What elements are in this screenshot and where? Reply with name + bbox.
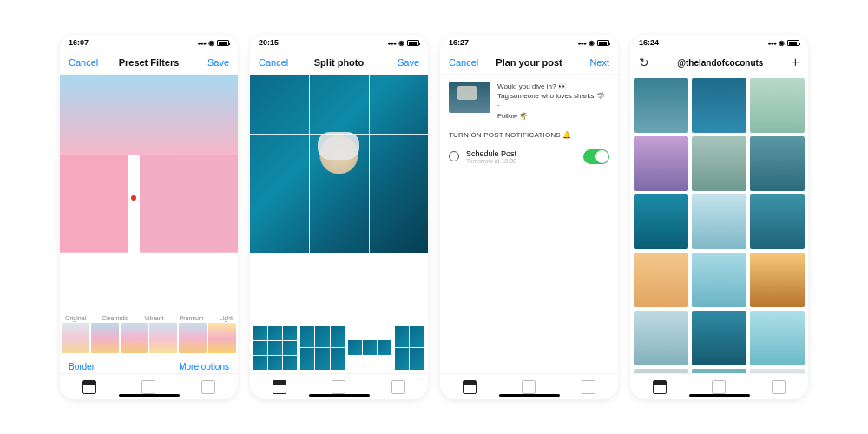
page-title: Preset Filters — [103, 57, 194, 68]
feed-tile[interactable] — [692, 136, 746, 191]
clock-icon — [449, 151, 459, 161]
cancel-button[interactable]: Cancel — [69, 57, 103, 68]
filter-label: Premium — [180, 315, 204, 321]
split-options — [250, 323, 428, 373]
screen-plan-post: 16:27 Cancel Plan your post Next Would y… — [440, 35, 618, 399]
wifi-icon — [779, 38, 785, 47]
feed-tile[interactable] — [750, 194, 805, 249]
home-indicator — [499, 394, 560, 397]
account-handle[interactable]: @thelandofcoconuts — [677, 58, 763, 68]
battery-icon — [217, 40, 229, 46]
more-options-button[interactable]: More options — [179, 362, 229, 372]
feed-tile[interactable] — [692, 253, 746, 307]
tab-schedule-icon[interactable] — [522, 380, 536, 394]
tab-schedule-icon[interactable] — [141, 380, 155, 394]
split-3x1[interactable] — [348, 340, 391, 355]
screen-feed-grid: 16:24 @thelandofcoconuts — [630, 35, 808, 399]
cancel-button[interactable]: Cancel — [259, 57, 293, 68]
border-button[interactable]: Border — [69, 362, 95, 372]
tab-feed-icon[interactable] — [273, 380, 286, 394]
grid-line — [369, 75, 370, 253]
next-button[interactable]: Next — [575, 57, 609, 68]
feed-tile[interactable] — [692, 78, 746, 133]
tab-feed-icon[interactable] — [463, 380, 477, 394]
schedule-subtitle: Tomorrow at 18:00 — [466, 158, 576, 164]
preview-image[interactable] — [250, 75, 428, 253]
bottom-links: Border More options — [60, 357, 238, 373]
screen-split-photo: 20:15 Cancel Split photo Save — [250, 35, 428, 399]
caption-line: Tag someone who loves sharks 🦈 — [497, 91, 605, 101]
status-time: 16:27 — [449, 38, 469, 47]
split-3x2[interactable] — [300, 326, 344, 370]
status-bar: 16:07 — [60, 35, 238, 50]
grid-line — [309, 75, 310, 253]
notification-hint: TURN ON POST NOTIFICATIONS 🔔 — [440, 128, 618, 142]
tab-more-icon[interactable] — [772, 380, 786, 394]
status-bar: 16:24 — [630, 35, 808, 50]
feed-tile[interactable] — [750, 78, 805, 133]
home-indicator — [119, 394, 180, 397]
page-title: Split photo — [293, 57, 385, 68]
nav-bar: @thelandofcoconuts — [630, 50, 808, 75]
screen-preset-filters: 16:07 Cancel Preset Filters Save Origina… — [60, 35, 238, 399]
split-3x3[interactable] — [253, 326, 297, 370]
caption-line: Would you dive in? 👀 — [497, 82, 605, 91]
filter-thumb[interactable] — [91, 323, 119, 353]
split-2x2[interactable] — [395, 326, 424, 370]
add-button[interactable] — [792, 55, 799, 70]
status-time: 20:15 — [259, 38, 279, 47]
feed-tile[interactable] — [634, 78, 688, 133]
grid-line — [250, 194, 428, 194]
signal-icon — [577, 38, 586, 47]
nav-bar: Cancel Split photo Save — [250, 50, 428, 75]
feed-tile[interactable] — [634, 136, 688, 191]
filter-thumb[interactable] — [62, 323, 89, 353]
tab-schedule-icon[interactable] — [712, 380, 726, 394]
tab-more-icon[interactable] — [391, 380, 405, 394]
filter-label: Light — [220, 315, 233, 321]
feed-tile[interactable] — [692, 194, 746, 249]
status-bar: 16:27 — [440, 35, 618, 50]
status-time: 16:07 — [69, 38, 89, 47]
feed-grid — [630, 75, 808, 373]
status-time: 16:24 — [639, 38, 659, 47]
feed-tile[interactable] — [634, 194, 688, 249]
schedule-toggle[interactable] — [583, 149, 609, 164]
schedule-label: Schedule Post — [466, 149, 576, 158]
caption-line: Follow 🌴 — [497, 111, 605, 121]
cancel-button[interactable]: Cancel — [449, 57, 483, 68]
tab-schedule-icon[interactable] — [332, 380, 345, 394]
feed-tile[interactable] — [634, 311, 688, 365]
filter-thumb[interactable] — [149, 323, 177, 353]
wifi-icon — [398, 38, 404, 47]
tab-more-icon[interactable] — [582, 380, 595, 394]
feed-tile[interactable] — [750, 253, 805, 307]
status-icons — [767, 38, 799, 47]
battery-icon — [597, 40, 609, 46]
status-icons — [577, 38, 609, 47]
feed-tile[interactable] — [750, 311, 805, 365]
status-icons — [387, 38, 419, 47]
home-indicator — [309, 394, 370, 397]
save-button[interactable]: Save — [194, 57, 229, 68]
feed-tile[interactable] — [692, 311, 746, 365]
save-button[interactable]: Save — [385, 57, 419, 68]
preview-image[interactable] — [60, 75, 238, 253]
grid-line — [250, 134, 428, 135]
feed-tile[interactable] — [634, 253, 688, 307]
filter-labels: Original Cinematic Vibrant Premium Light — [60, 312, 238, 321]
filter-label: Original — [65, 315, 86, 321]
tab-more-icon[interactable] — [201, 380, 215, 394]
caption-card[interactable]: Would you dive in? 👀 Tag someone who lov… — [440, 75, 618, 128]
status-icons — [197, 38, 229, 47]
tab-feed-icon[interactable] — [82, 380, 96, 394]
signal-icon — [387, 38, 396, 47]
filter-thumb[interactable] — [208, 323, 236, 353]
filter-thumb[interactable] — [121, 323, 148, 353]
home-indicator — [689, 394, 750, 397]
refresh-icon[interactable] — [639, 56, 649, 69]
filter-label: Vibrant — [144, 315, 163, 321]
feed-tile[interactable] — [750, 136, 805, 191]
filter-thumb[interactable] — [179, 323, 207, 353]
tab-feed-icon[interactable] — [653, 380, 667, 394]
